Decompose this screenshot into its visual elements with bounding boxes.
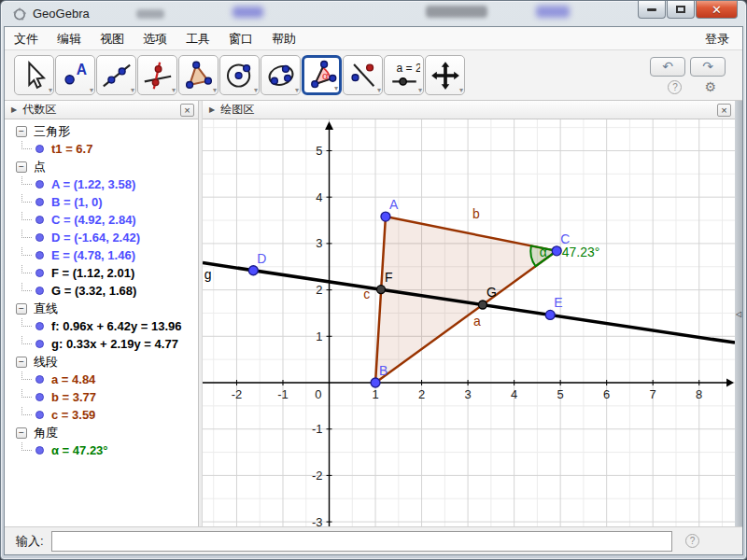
visibility-marble-icon[interactable] (35, 145, 44, 153)
visibility-marble-icon[interactable] (35, 269, 44, 277)
point-D[interactable] (248, 266, 258, 275)
toolbar-perpendicular-line-tool[interactable]: ▾ (137, 55, 177, 95)
menu-item-5[interactable]: 窗口 (219, 27, 262, 50)
toolbar-conic-tool[interactable]: ▾ (261, 55, 301, 95)
toolbar-line-tool[interactable]: ▾ (96, 55, 136, 95)
toolbar-slider-tool[interactable]: a = 2▾ (384, 55, 424, 95)
panel-expander-icon[interactable]: ▶ (11, 105, 17, 114)
toolbar-move-tool[interactable]: ▾ (14, 55, 54, 95)
algebra-group-row[interactable]: −角度 (5, 424, 198, 441)
tree-collapse-icon[interactable]: − (16, 427, 27, 439)
tool-dropdown-icon[interactable]: ▾ (90, 87, 93, 94)
visibility-marble-icon[interactable] (35, 393, 44, 401)
settings-button[interactable]: ⚙ (704, 80, 716, 94)
point-B[interactable] (371, 378, 380, 387)
collapse-strip[interactable]: ◁ (735, 101, 742, 526)
point-label-F: F (385, 270, 393, 285)
algebra-group-row[interactable]: −三角形 (5, 122, 198, 140)
menu-item-4[interactable]: 工具 (176, 27, 219, 50)
visibility-marble-icon[interactable] (35, 375, 44, 384)
visibility-marble-icon[interactable] (35, 180, 44, 189)
point-G[interactable] (478, 301, 486, 309)
help-button[interactable]: ? (668, 80, 682, 94)
tool-dropdown-icon[interactable]: ▾ (459, 87, 463, 94)
tool-dropdown-icon[interactable]: ▾ (49, 87, 52, 94)
visibility-marble-icon[interactable] (35, 340, 44, 348)
algebra-item-text: b = 3.77 (51, 390, 96, 404)
algebra-item-row[interactable]: t1 = 6.7 (5, 140, 198, 158)
algebra-item-row[interactable]: b = 3.77 (5, 388, 198, 406)
point-A[interactable] (381, 212, 390, 221)
tool-dropdown-icon[interactable]: ▾ (131, 87, 134, 94)
algebra-item-row[interactable]: B = (1, 0) (5, 193, 198, 211)
menu-item-6[interactable]: 帮助 (262, 27, 305, 50)
visibility-marble-icon[interactable] (35, 322, 44, 330)
tree-collapse-icon[interactable]: − (16, 161, 27, 173)
tree-collapse-icon[interactable]: − (16, 357, 27, 368)
tool-dropdown-icon[interactable]: ▾ (172, 87, 176, 94)
title-bar[interactable]: GeoGebra ✕ (4, 1, 743, 26)
algebra-item-row[interactable]: f: 0.96x + 6.42y = 13.96 (5, 317, 198, 335)
tool-dropdown-icon[interactable]: ▾ (295, 87, 299, 94)
point-label-C: C (560, 231, 570, 246)
menu-item-2[interactable]: 视图 (91, 27, 134, 50)
visibility-marble-icon[interactable] (35, 233, 44, 242)
visibility-marble-icon[interactable] (35, 198, 44, 206)
algebra-item-text: F = (1.12, 2.01) (51, 266, 134, 280)
point-F[interactable] (377, 286, 386, 294)
toolbar-polygon-tool[interactable]: ▾ (178, 55, 218, 95)
visibility-marble-icon[interactable] (35, 251, 44, 259)
algebra-item-row[interactable]: D = (-1.64, 2.42) (5, 229, 198, 246)
algebra-item-row[interactable]: a = 4.84 (5, 371, 198, 388)
menu-item-3[interactable]: 选项 (134, 27, 176, 50)
close-button[interactable]: ✕ (696, 1, 738, 19)
toolbar-point-tool[interactable]: A▾ (55, 55, 95, 95)
algebra-item-row[interactable]: α = 47.23° (5, 441, 198, 459)
algebra-item-row[interactable]: G = (3.32, 1.68) (5, 282, 198, 300)
toolbar-circle-tool[interactable]: ▾ (219, 55, 260, 95)
algebra-group-row[interactable]: −点 (5, 158, 198, 175)
tool-dropdown-icon[interactable]: ▾ (418, 87, 422, 94)
algebra-item-row[interactable]: g: 0.33x + 2.19y = 4.77 (5, 335, 198, 353)
toolbar-reflect-tool[interactable]: ▾ (343, 55, 383, 95)
algebra-close-button[interactable]: × (180, 104, 194, 117)
redo-button[interactable]: ↷ (690, 57, 726, 77)
tree-collapse-icon[interactable]: − (16, 126, 27, 137)
algebra-item-row[interactable]: A = (1.22, 3.58) (5, 175, 198, 193)
menu-item-0[interactable]: 文件 (5, 27, 48, 50)
panel-expander-icon[interactable]: ▶ (209, 105, 215, 114)
visibility-marble-icon[interactable] (35, 446, 44, 455)
graphics-canvas[interactable]: -2-11234567854321-1-2-30α = 47.23°cabgAB… (203, 119, 735, 526)
tool-dropdown-icon[interactable]: ▾ (213, 87, 217, 94)
visibility-marble-icon[interactable] (35, 216, 44, 224)
algebra-item-row[interactable]: C = (4.92, 2.84) (5, 211, 198, 229)
algebra-item-row[interactable]: F = (1.12, 2.01) (5, 264, 198, 282)
input-help-button[interactable]: ? (685, 534, 699, 548)
toolbar-right: ↶ ↷ ? ⚙ (645, 57, 733, 94)
tool-dropdown-icon[interactable]: ▾ (254, 87, 258, 94)
toolbar-angle-tool[interactable]: α▾ (302, 55, 342, 95)
undo-button[interactable]: ↶ (650, 57, 685, 77)
algebra-item-row[interactable]: c = 3.59 (5, 406, 198, 424)
visibility-marble-icon[interactable] (35, 287, 44, 295)
menu-item-1[interactable]: 编辑 (48, 27, 91, 50)
visibility-marble-icon[interactable] (35, 411, 44, 419)
point-E[interactable] (545, 310, 555, 319)
tool-dropdown-icon[interactable]: ▾ (334, 85, 338, 92)
minimize-button[interactable] (638, 1, 666, 19)
menu-login[interactable]: 登录 (692, 27, 742, 50)
point-C[interactable] (552, 246, 561, 256)
algebra-group-row[interactable]: −线段 (5, 353, 198, 371)
y-tick-label: -3 (312, 515, 323, 526)
command-input[interactable] (51, 531, 672, 552)
algebra-group-row[interactable]: −直线 (5, 300, 198, 317)
algebra-group-label: 线段 (34, 354, 58, 371)
tool-dropdown-icon[interactable]: ▾ (377, 87, 381, 94)
graphics-close-button[interactable]: × (717, 104, 731, 117)
algebra-item-row[interactable]: E = (4.78, 1.46) (5, 246, 198, 264)
x-tick-label: 1 (372, 387, 378, 401)
toolbar-move-view-tool[interactable]: ▾ (425, 55, 465, 95)
triangle-t1[interactable] (375, 217, 557, 383)
tree-collapse-icon[interactable]: − (16, 303, 27, 315)
maximize-button[interactable] (667, 1, 695, 19)
